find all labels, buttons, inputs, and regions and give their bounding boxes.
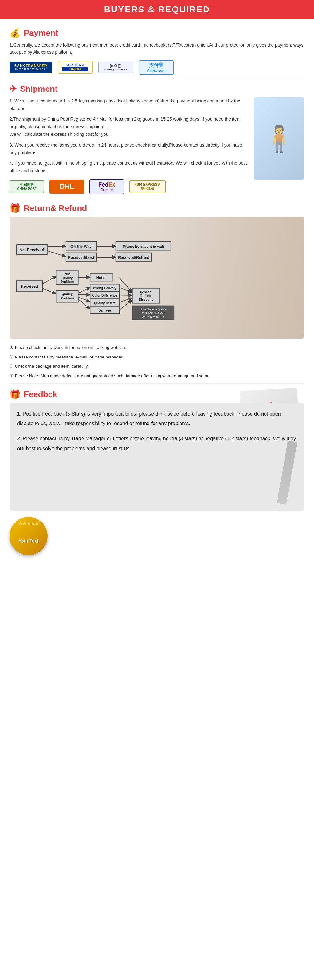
refund-flowchart-bg: Not Received On the Way Please be patien… (10, 217, 304, 339)
alipay-logo: 支付宝 Alipay.com (139, 60, 174, 75)
svg-text:Problem: Problem (61, 280, 74, 284)
refund-note-4: ④ Please Note: Men made defects are not … (10, 372, 304, 380)
page-header: BUYERS & REQUIRED (0, 0, 314, 19)
shipment-section-title: ✈ Shipment (10, 84, 304, 94)
refund-note-1-text: ① Please check the tracking in formation… (10, 344, 126, 352)
feedback-text: 1. Positive Feedback (5 Stars) is very i… (17, 409, 297, 454)
svg-text:Not fit: Not fit (97, 276, 107, 280)
shipment-image: 🧍 (254, 97, 304, 180)
svg-text:Discount: Discount (139, 298, 153, 301)
gold-badge-area: Your Text (10, 517, 304, 555)
svg-text:Quality Defect: Quality Defect (94, 301, 116, 305)
refund-note-3-text: ③ Check the package and Item, carefully. (10, 362, 89, 371)
bank-transfer-logo: BANKTRANSFER INTERNATIONAL (10, 62, 52, 73)
payment-description: 1.Generally, we accept the following pay… (10, 41, 304, 56)
refund-note-2: ② Please contact us by meesage, e-mail, … (10, 353, 304, 361)
moneybookers-logo: ((( O ))) moneybookers (98, 62, 133, 73)
person-icon: 🧍 (263, 124, 295, 154)
svg-text:Quality: Quality (62, 292, 73, 296)
refund-note-4-text: ④ Please Note: Men made defects are not … (10, 372, 211, 380)
shipment-wrapper: 🧍 1. We will sent the items within 2-5da… (10, 97, 304, 175)
svg-text:On the Way: On the Way (70, 244, 92, 249)
refund-note-3: ③ Check the package and Item, carefully. (10, 362, 304, 371)
svg-line-8 (47, 251, 66, 256)
feedback-section: 🎁 Feedbck 📌 Feedback 1. Positive Feedbac… (10, 389, 304, 555)
feedback-title-text: Feedbck (24, 390, 57, 399)
svg-line-28 (78, 288, 90, 293)
svg-text:Problem: Problem (61, 297, 74, 300)
feedback-icon: 🎁 (10, 389, 21, 400)
svg-text:Refund: Refund (140, 294, 151, 298)
svg-line-16 (43, 276, 57, 284)
main-content: 💰 Payment 1.Generally, we accept the fol… (0, 19, 314, 565)
shipment-logos-row: 中国邮政 CHINA POST DHL FedEx Express (SF) E… (10, 179, 304, 194)
refund-icon: 🎁 (10, 203, 21, 213)
badge-text: Your Text (19, 538, 39, 544)
refund-note-2-text: ② Please contact us by meesage, e-mail, … (10, 353, 124, 361)
svg-line-24 (43, 288, 57, 294)
svg-text:Received/Lost: Received/Lost (68, 255, 94, 260)
svg-text:Damage: Damage (98, 309, 111, 312)
dhl-logo: DHL (49, 180, 84, 194)
svg-text:Not: Not (64, 272, 70, 276)
fedex-logo: FedEx Express (89, 179, 124, 194)
refund-notes: ① Please check the tracking in formation… (10, 344, 304, 380)
payment-divider (10, 78, 304, 78)
hands-background (157, 217, 304, 339)
western-union-logo: WESTERN UNION (58, 61, 93, 73)
sf-express-logo: (SF) EXPRESS 顺丰速运 (129, 180, 166, 193)
feedback-item-1: 1. Positive Feedback (5 Stars) is very i… (17, 409, 297, 429)
page-title: BUYERS & REQUIRED (0, 5, 314, 14)
svg-text:Received/Refund: Received/Refund (118, 255, 149, 260)
refund-note-1: ① Please check the tracking in formation… (10, 344, 304, 352)
refund-divider (10, 383, 304, 383)
chinapost-logo: 中国邮政 CHINA POST (10, 180, 44, 193)
svg-text:Received: Received (21, 284, 38, 289)
payment-icon: 💰 (10, 28, 21, 38)
refund-title-text: Return& Refund (24, 204, 87, 213)
payment-logos-row: BANKTRANSFER INTERNATIONAL WESTERN UNION… (10, 60, 304, 75)
svg-text:Quality: Quality (62, 276, 73, 280)
svg-text:Not Received: Not Received (19, 247, 44, 252)
feedback-item-2: 2. Please contact us by Trade Manager or… (17, 434, 297, 453)
svg-text:Color Difference: Color Difference (92, 294, 117, 297)
svg-text:Wrong Delivery: Wrong Delivery (93, 286, 117, 290)
shipment-divider (10, 197, 304, 197)
star-badge: Your Text (10, 517, 48, 555)
payment-section-title: 💰 Payment (10, 28, 304, 38)
svg-line-31 (78, 299, 90, 309)
payment-title-text: Payment (24, 28, 58, 38)
svg-text:Resend: Resend (140, 290, 152, 294)
feedback-content-bg: 1. Positive Feedback (5 Stars) is very i… (10, 403, 304, 511)
shipment-title-text: Shipment (20, 84, 57, 94)
shipment-icon: ✈ (10, 84, 17, 94)
refund-section-title: 🎁 Return& Refund (10, 203, 304, 213)
